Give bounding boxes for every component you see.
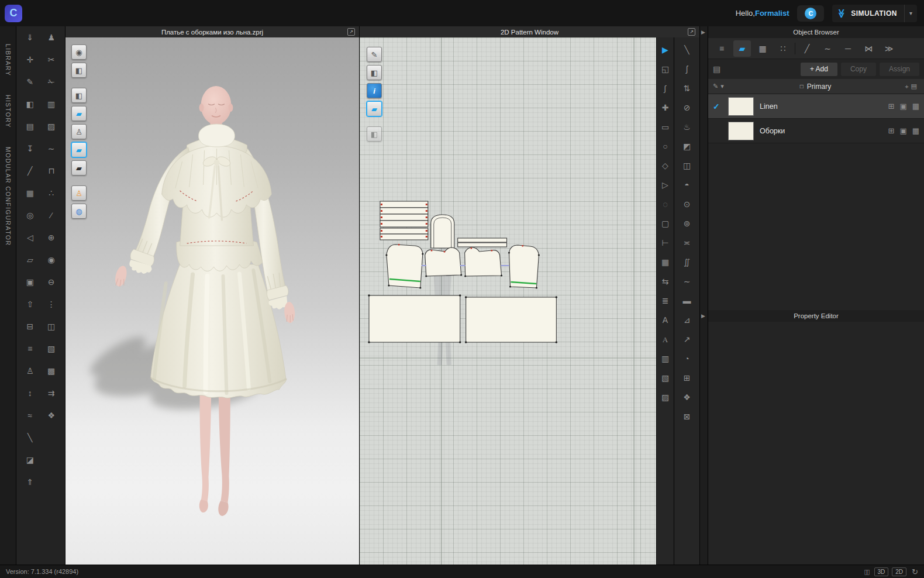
polygon-tool-icon[interactable]: ◇ xyxy=(658,159,673,172)
fold-garment-icon[interactable]: ◪ xyxy=(22,453,37,466)
add-colorway-icon[interactable]: ⊞ xyxy=(888,126,895,135)
pattern-3d-icon[interactable]: ◓ xyxy=(680,178,695,191)
shirring-icon[interactable]: ∬ xyxy=(680,256,695,269)
pin-2d-icon[interactable]: ⊙ xyxy=(680,198,695,211)
scene-tab[interactable]: ≡ xyxy=(713,40,730,57)
rectangle-tool-icon[interactable]: ▭ xyxy=(658,121,673,133)
fabric-detail-icon[interactable]: ▦ xyxy=(912,102,919,111)
dart-tool-icon[interactable]: ▷ xyxy=(658,178,673,191)
seam-allowance-icon[interactable]: ▢ xyxy=(658,217,673,230)
shirt-tab-icon[interactable]: ◫ xyxy=(680,159,695,172)
fabric-detail-icon[interactable]: ▦ xyxy=(912,126,919,135)
spec-icon[interactable]: ⊿ xyxy=(680,314,695,326)
clo-logo-icon[interactable]: C xyxy=(5,5,22,22)
fabric-view-icon[interactable]: ▰ xyxy=(71,142,87,157)
pattern-annotate-icon[interactable]: ▧ xyxy=(658,371,673,384)
split-view-icon[interactable]: ▯▯ xyxy=(864,568,868,576)
add-point-icon[interactable]: ✚ xyxy=(658,101,673,114)
fabric-tab[interactable]: ▰ xyxy=(733,40,751,57)
pattern-piece-right-sleeve[interactable] xyxy=(509,245,539,288)
package-icon[interactable]: ⊟ xyxy=(22,320,37,333)
refresh-icon[interactable]: ↻ xyxy=(912,567,918,576)
sidebar-tab-history[interactable]: HISTORY xyxy=(5,95,12,128)
group-folder-icon[interactable]: ▤ xyxy=(911,82,917,90)
symmetry-icon[interactable]: ⇆ xyxy=(658,275,673,288)
dark-fabric-icon[interactable]: ▰ xyxy=(71,160,87,176)
add-group-icon[interactable]: + xyxy=(905,83,908,90)
show-fabric-icon[interactable]: ▰ xyxy=(71,106,87,121)
simulation-button[interactable]: ≫ SIMULATION ▾ xyxy=(832,5,917,22)
garment-press-icon[interactable]: ◩ xyxy=(680,140,695,153)
add-fabric-button[interactable]: + Add xyxy=(801,63,837,76)
target-icon[interactable]: ⊕ xyxy=(44,231,59,244)
view-3d-chip[interactable]: 3D xyxy=(874,567,889,576)
garment-fit-icon[interactable]: ◧ xyxy=(71,88,87,103)
tack-2d-icon[interactable]: ⊚ xyxy=(680,217,695,230)
world-view-icon[interactable]: ◍ xyxy=(71,204,87,219)
trim-tab[interactable]: ▦ xyxy=(754,40,771,57)
simulation-dropdown-caret-icon[interactable]: ▾ xyxy=(904,5,917,22)
free-sew-icon[interactable]: ʃ xyxy=(680,63,695,75)
texture-edit-icon[interactable]: ❖ xyxy=(680,391,695,404)
avatar-size-icon[interactable]: ↕ xyxy=(22,387,37,400)
fabric-item-linen[interactable]: ✓ Linen ⊞ ▣ ▦ xyxy=(708,94,924,119)
edit-pattern-icon[interactable]: ◱ xyxy=(658,63,673,75)
garment-view-icon[interactable]: ◧ xyxy=(367,65,382,80)
sewing-pen-icon[interactable]: ✎ xyxy=(22,75,37,88)
show-garment-icon[interactable]: ◧ xyxy=(71,63,87,78)
walk-avatar-icon[interactable]: ♟ xyxy=(44,31,59,44)
flatten-icon[interactable]: ▱ xyxy=(22,253,37,266)
tape-measure-icon[interactable]: ≡ xyxy=(22,342,37,355)
collapse-object-browser-icon[interactable]: ▶ xyxy=(701,29,705,35)
fabric-swatch[interactable] xyxy=(728,97,754,116)
detach-sew-icon[interactable]: ⊘ xyxy=(680,101,695,114)
sidebar-tab-library[interactable]: LIBRARY xyxy=(5,44,12,76)
garment-stack-icon[interactable]: ▨ xyxy=(44,120,59,133)
fabric-folder-icon[interactable]: ▤ xyxy=(713,64,720,74)
pan-hand-icon[interactable]: ✛ xyxy=(22,53,37,66)
zigzag-measure-icon[interactable]: ≈ xyxy=(22,409,37,422)
lift-icon[interactable]: ⇧ xyxy=(22,298,37,311)
pattern-info-icon[interactable]: i xyxy=(367,83,382,98)
cut-sew-icon[interactable]: ✁ xyxy=(44,75,59,88)
avatar-pose-icon[interactable]: ♙ xyxy=(71,185,87,201)
pattern-piece-skirt-front[interactable] xyxy=(369,295,460,342)
expand-3d-window-icon[interactable]: ↗ xyxy=(347,28,355,36)
tack-icon[interactable]: ◎ xyxy=(22,209,37,222)
pattern-piece-left-sleeve[interactable] xyxy=(387,245,423,288)
fabric-roll-icon[interactable]: ◔ xyxy=(680,352,695,365)
pattern-piece-collar[interactable] xyxy=(431,215,454,248)
text-style-icon[interactable]: A xyxy=(658,333,673,346)
group-caret-icon[interactable]: ▾ xyxy=(720,82,724,90)
more-tab[interactable]: ≫ xyxy=(880,40,898,57)
ruler-2d-icon[interactable]: ▬ xyxy=(680,294,695,307)
hanger-icon[interactable]: ⊓ xyxy=(44,164,59,177)
expand-2d-window-icon[interactable]: ↗ xyxy=(688,28,695,36)
scissors-icon[interactable]: ✂ xyxy=(44,53,59,66)
edit-curve-icon[interactable]: ∫ xyxy=(658,82,673,95)
text-tool-icon[interactable]: A xyxy=(658,314,673,326)
steam-iron-icon[interactable]: ♨ xyxy=(680,121,695,133)
layer-panel-icon[interactable]: ▤ xyxy=(22,120,37,133)
garment-copy-icon[interactable]: ▥ xyxy=(44,98,59,111)
puckering-tab[interactable]: ∼ xyxy=(819,40,836,57)
circle-tool-icon[interactable]: ○ xyxy=(658,140,673,153)
add-colorway-icon[interactable]: ⊞ xyxy=(888,102,895,111)
fold-arrange-icon[interactable]: ◫ xyxy=(44,320,59,333)
swatch-dark-icon[interactable]: ▩ xyxy=(44,364,59,377)
sidebar-tab-modular-configurator[interactable]: MODULAR CONFIGURATOR xyxy=(5,147,12,246)
pleats-icon[interactable]: ⇉ xyxy=(44,387,59,400)
assign-fabric-button[interactable]: Assign xyxy=(880,63,919,76)
garment-dim-icon[interactable]: ◧ xyxy=(367,126,382,142)
segment-sew-icon[interactable]: ╲ xyxy=(680,43,695,56)
lock-icon[interactable]: ▣ xyxy=(22,276,37,288)
avatar-grid-icon[interactable]: ▦ xyxy=(22,187,37,199)
ruler-icon[interactable]: ╲ xyxy=(22,431,37,444)
topstitch-tab[interactable]: ╱ xyxy=(798,40,816,57)
swatch-icon[interactable]: ▧ xyxy=(44,342,59,355)
swap-sew-icon[interactable]: ⇅ xyxy=(680,82,695,95)
pattern-piece-ruffle-strips[interactable] xyxy=(380,201,428,240)
export-garment-icon[interactable]: ⇑ xyxy=(22,476,37,488)
pattern-2d-canvas[interactable]: ✎ ◧ i ▰ ◧ xyxy=(360,37,656,565)
fabric-view-2d-icon[interactable]: ▰ xyxy=(367,101,382,116)
